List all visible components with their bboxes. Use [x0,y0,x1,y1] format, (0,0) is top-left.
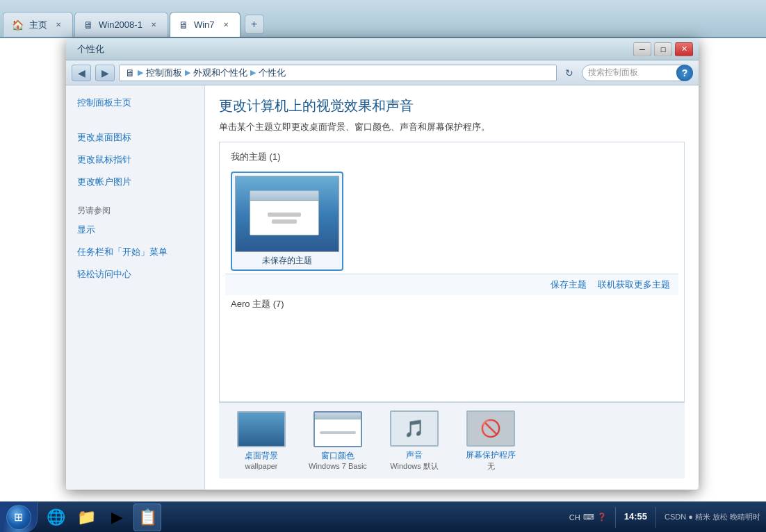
sidebar-change-account-picture[interactable]: 更改帐户图片 [77,176,193,188]
path-appearance: 外观和个性化 [193,67,247,79]
start-orb: ⊞ [6,505,31,530]
win2008-tab-icon: 🖥 [83,19,93,31]
unsaved-theme-item[interactable]: 未保存的主题 [231,172,343,271]
tab-home-label: 主页 [29,19,47,31]
start-orb-icon: ⊞ [14,510,23,524]
tray-misc-text: CSDN ● 精米 放松 晚晴明时 [665,512,760,522]
window-color-label: 窗口颜色 [321,450,355,462]
taskbar-tray: CH ⌨ ❓ [569,513,607,522]
my-themes-label: 我的主题 (1) [225,148,678,169]
back-button[interactable]: ◀ [72,65,91,81]
browser-window: 🏠 主页 ✕ 🖥 Win2008-1 ✕ 🖥 Win7 ✕ + 个性化 ─ □ … [0,0,766,501]
clock-divider [655,507,656,528]
wallpaper-preview [237,411,286,447]
save-theme-link[interactable]: 保存主题 [551,279,587,291]
sound-preview: 🎵 [390,410,439,447]
tab-win7[interactable]: 🖥 Win7 ✕ [170,12,241,37]
wallpaper-sublabel: wallpaper [245,462,277,470]
window-color-sublabel: Windows 7 Basic [309,462,367,470]
tab-home[interactable]: 🏠 主页 ✕ [3,12,73,37]
tray-keyboard-icon: ⌨ [583,513,594,522]
content-area: 控制面板主页 更改桌面图标 更改鼠标指针 更改帐户图片 另请参阅 显示 任务栏和… [66,85,699,490]
sidebar-taskbar-start[interactable]: 任务栏和「开始」菜单 [77,246,193,258]
wallpaper-label: 桌面背景 [245,450,278,462]
screensaver-sublabel: 无 [487,461,495,472]
themes-container: 我的主题 (1) [219,142,685,402]
get-more-themes-link[interactable]: 联机获取更多主题 [598,279,670,291]
tray-help-icon: ❓ [597,513,607,522]
win7-tab-icon: 🖥 [179,19,188,31]
sound-item[interactable]: 🎵 声音 Windows 默认 [383,410,446,472]
sound-sublabel: Windows 默认 [390,461,439,472]
personalization-window: 个性化 ─ □ ✕ ◀ ▶ 🖥 ▶ 控制面板 ▶ 外观和个性化 ▶ 个性化 ↻ … [66,38,699,490]
tab-win2008[interactable]: 🖥 Win2008-1 ✕ [74,12,168,37]
sidebar-also-see-label: 另请参阅 [77,205,193,217]
sound-label: 声音 [406,449,423,461]
screensaver-item[interactable]: 🚫 屏幕保护程序 无 [459,410,522,472]
minimize-button[interactable]: ─ [633,42,651,56]
taskbar-active-app-icon[interactable]: 📋 [133,504,161,531]
home-tab-icon: 🏠 [12,19,24,31]
sidebar-change-mouse-pointer[interactable]: 更改鼠标指针 [77,153,193,166]
tray-ch-label: CH [569,513,580,522]
tab-win2008-close[interactable]: ✕ [148,19,159,31]
new-tab-button[interactable]: + [245,15,264,34]
taskbar-explorer-icon[interactable]: 📁 [72,504,100,531]
forward-button[interactable]: ▶ [95,65,115,81]
unsaved-theme-label: 未保存的主题 [262,255,312,267]
taskbar-ie-icon[interactable]: 🌐 [42,504,70,531]
themes-actions: 保存主题 联机获取更多主题 [225,274,678,295]
clock-time: 14:55 [624,511,647,523]
window-color-item[interactable]: 窗口颜色 Windows 7 Basic [307,411,369,470]
tab-home-close[interactable]: ✕ [53,19,64,31]
main-panel: 更改计算机上的视觉效果和声音 单击某个主题立即更改桌面背景、窗口颜色、声音和屏幕… [205,85,699,490]
tab-win2008-label: Win2008-1 [99,19,142,30]
taskbar-apps: 🌐 📁 ▶ 📋 [38,502,165,532]
path-icon: 🖥 [125,67,135,78]
path-control-panel: 控制面板 [146,67,182,79]
search-placeholder: 搜索控制面板 [588,67,638,78]
sidebar-ease-access[interactable]: 轻松访问中心 [77,268,193,281]
taskbar-right: CH ⌨ ❓ 14:55 CSDN ● 精米 放松 晚晴明时 [569,507,766,528]
tab-win7-close[interactable]: ✕ [220,19,231,31]
window-color-preview [313,411,362,447]
tab-bar: 🏠 主页 ✕ 🖥 Win2008-1 ✕ 🖥 Win7 ✕ + [0,0,766,38]
bottom-customization-bar: 桌面背景 wallpaper 窗 [219,402,685,479]
maximize-button[interactable]: □ [654,42,672,56]
wallpaper-item[interactable]: 桌面背景 wallpaper [230,411,293,470]
sidebar-control-panel-home[interactable]: 控制面板主页 [77,97,193,109]
sidebar: 控制面板主页 更改桌面图标 更改鼠标指针 更改帐户图片 另请参阅 显示 任务栏和… [66,85,205,490]
help-button[interactable]: ? [676,65,693,81]
panel-subtitle: 单击某个主题立即更改桌面背景、窗口颜色、声音和屏幕保护程序。 [219,121,685,133]
themes-scroll-area[interactable]: 我的主题 (1) [220,142,684,401]
address-path[interactable]: 🖥 ▶ 控制面板 ▶ 外观和个性化 ▶ 个性化 [119,65,557,81]
title-bar: 个性化 ─ □ ✕ [66,38,699,60]
tray-divider [615,507,616,528]
start-button[interactable]: ⊞ [0,502,38,533]
taskbar-media-icon[interactable]: ▶ [103,504,131,531]
panel-title: 更改计算机上的视觉效果和声音 [219,97,685,115]
window-title: 个性化 [77,43,104,56]
path-personalization: 个性化 [259,67,286,79]
unsaved-theme-preview [235,176,339,252]
address-bar: ◀ ▶ 🖥 ▶ 控制面板 ▶ 外观和个性化 ▶ 个性化 ↻ 搜索控制面板 🔍 [66,60,699,85]
taskbar-clock: 14:55 [624,511,647,523]
sidebar-display[interactable]: 显示 [77,224,193,236]
sidebar-change-desktop-icons[interactable]: 更改桌面图标 [77,131,193,144]
screensaver-preview: 🚫 [466,410,515,447]
tab-win7-label: Win7 [194,19,215,30]
close-button[interactable]: ✕ [675,42,693,56]
screensaver-label: 屏幕保护程序 [466,449,516,461]
aero-section-label: Aero 主题 (7) [225,295,678,313]
taskbar: ⊞ 🌐 📁 ▶ 📋 CH ⌨ ❓ 14:55 CSDN ● 精米 放松 晚晴明时 [0,501,766,532]
refresh-button[interactable]: ↻ [561,65,578,81]
title-bar-buttons: ─ □ ✕ [633,42,693,56]
